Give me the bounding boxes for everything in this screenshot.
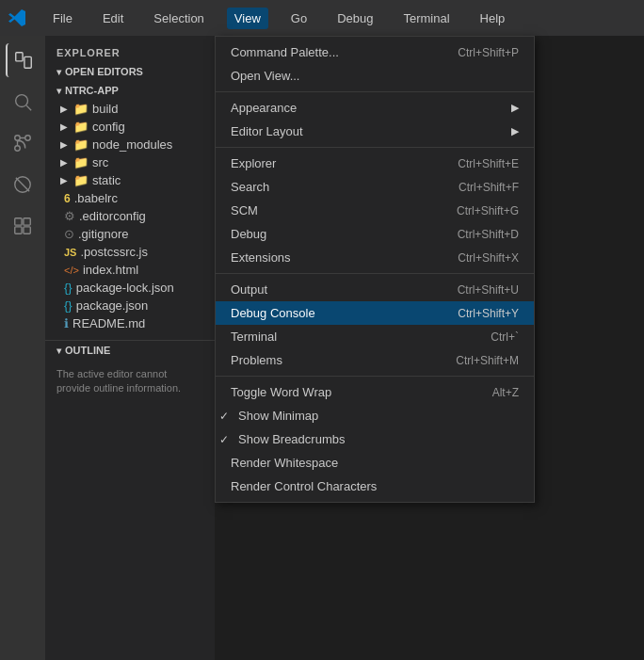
outline-section-header[interactable]: ▾ OUTLINE [45, 341, 215, 360]
menu-show-breadcrumbs[interactable]: ✓ Show Breadcrumbs [216, 427, 534, 451]
menu-problems[interactable]: Problems Ctrl+Shift+M [216, 348, 534, 372]
tree-item-static[interactable]: ▶ 📁 static [45, 171, 215, 189]
menu-edit[interactable]: Edit [95, 8, 131, 29]
show-minimap-label: Show Minimap [238, 409, 318, 423]
explorer-label: Explorer [231, 156, 276, 170]
tree-item-label: .babelrc [74, 191, 118, 205]
separator-1 [216, 91, 534, 92]
separator-2 [216, 147, 534, 148]
babel-icon: 6 [64, 192, 71, 205]
tree-item-gitignore[interactable]: ⊙ .gitignore [45, 225, 215, 243]
folder-icon: 📁 [73, 137, 89, 152]
menu-render-whitespace[interactable]: Render Whitespace [216, 451, 534, 475]
debug-console-label: Debug Console [231, 306, 315, 320]
tree-item-index-html[interactable]: </> index.html [45, 261, 215, 279]
menu-debug[interactable]: Debug [330, 8, 380, 29]
tree-item-label: static [92, 173, 121, 187]
separator-4 [216, 376, 534, 377]
tree-item-build[interactable]: ▶ 📁 build [45, 100, 215, 118]
menu-view[interactable]: View [227, 8, 268, 29]
terminal-label: Terminal [231, 330, 277, 344]
explorer-shortcut: Ctrl+Shift+E [458, 157, 519, 170]
scm-label: SCM [231, 203, 258, 217]
tree-item-label: build [92, 102, 118, 116]
outline-section: ▾ OUTLINE The active editor cannot provi… [45, 340, 215, 404]
extensions-activity-icon[interactable] [6, 209, 40, 243]
svg-rect-1 [24, 56, 31, 68]
menu-extensions[interactable]: Extensions Ctrl+Shift+X [216, 246, 534, 269]
svg-rect-11 [15, 227, 22, 233]
tree-item-label: package-lock.json [76, 281, 174, 295]
tree-item-readme[interactable]: ℹ README.md [45, 314, 215, 332]
menu-scm[interactable]: SCM Ctrl+Shift+G [216, 199, 534, 222]
js-icon: JS [64, 247, 76, 258]
menu-output[interactable]: Output Ctrl+Shift+U [216, 278, 534, 301]
tree-item-postcssrc[interactable]: JS .postcssrc.js [45, 243, 215, 261]
tree-item-config[interactable]: ▶ 📁 config [45, 118, 215, 136]
explorer-activity-icon[interactable] [6, 43, 40, 77]
outline-arrow: ▾ [56, 346, 61, 356]
ntrc-app-arrow: ▾ [56, 86, 61, 96]
ntrc-app-section[interactable]: ▾ NTRC-APP [45, 81, 215, 100]
debug-activity-icon[interactable] [6, 168, 40, 201]
open-editors-label: OPEN EDITORS [65, 66, 143, 77]
menu-terminal[interactable]: Terminal [395, 8, 457, 29]
menu-file[interactable]: File [45, 8, 80, 29]
tree-item-babelrc[interactable]: 6 .babelrc [45, 189, 215, 207]
outline-message: The active editor cannot provide outline… [45, 360, 215, 404]
menu-editor-layout[interactable]: Editor Layout ▶ [216, 120, 534, 143]
menu-debug-console[interactable]: Debug Console Ctrl+Shift+Y [216, 301, 534, 325]
toggle-word-wrap-label: Toggle Word Wrap [231, 385, 331, 399]
menu-search[interactable]: Search Ctrl+Shift+F [216, 175, 534, 199]
svg-rect-10 [24, 218, 30, 225]
menu-appearance[interactable]: Appearance ▶ [216, 96, 534, 120]
menu-go[interactable]: Go [283, 8, 314, 29]
md-icon: ℹ [64, 316, 69, 330]
json-icon: {} [64, 281, 72, 295]
tree-item-package-lock[interactable]: {} package-lock.json [45, 279, 215, 297]
menu-help[interactable]: Help [473, 8, 513, 29]
menu-show-minimap[interactable]: ✓ Show Minimap [216, 404, 534, 427]
tree-item-label: .gitignore [78, 227, 128, 241]
menu-open-view[interactable]: Open View... [216, 64, 534, 88]
debug-label: Debug [231, 227, 266, 241]
tree-item-label: .postcssrc.js [80, 245, 148, 259]
svg-rect-0 [16, 53, 23, 61]
sidebar-title: EXPLORER [45, 40, 215, 62]
tree-item-src[interactable]: ▶ 📁 src [45, 153, 215, 171]
folder-icon: 📁 [73, 102, 89, 116]
folder-icon: 📁 [73, 120, 89, 134]
source-control-activity-icon[interactable] [6, 126, 40, 160]
menu-debug[interactable]: Debug Ctrl+Shift+D [216, 222, 534, 246]
menu-terminal[interactable]: Terminal Ctrl+` [216, 325, 534, 348]
sidebar: EXPLORER ▾ OPEN EDITORS ▾ NTRC-APP ▶ 📁 b… [45, 36, 215, 660]
menu-toggle-word-wrap[interactable]: Toggle Word Wrap Alt+Z [216, 380, 534, 404]
menu-selection[interactable]: Selection [146, 8, 211, 29]
outline-label: OUTLINE [65, 345, 110, 356]
show-breadcrumbs-label: Show Breadcrumbs [238, 432, 345, 446]
render-whitespace-label: Render Whitespace [231, 456, 338, 470]
menu-command-palette[interactable]: Command Palette... Ctrl+Shift+P [216, 40, 534, 64]
tree-item-package-json[interactable]: {} package.json [45, 297, 215, 314]
menu-render-control-characters[interactable]: Render Control Characters [216, 475, 534, 498]
html-icon: </> [64, 265, 79, 276]
tree-item-label: .editorconfig [79, 209, 146, 223]
tree-item-editorconfig[interactable]: ⚙ .editorconfig [45, 207, 215, 225]
svg-point-4 [15, 136, 21, 141]
tree-item-node-modules[interactable]: ▶ 📁 node_modules [45, 136, 215, 153]
show-breadcrumbs-checkmark: ✓ [219, 433, 229, 446]
svg-rect-12 [24, 227, 30, 233]
command-palette-shortcut: Ctrl+Shift+P [458, 46, 519, 59]
output-label: Output [231, 282, 267, 297]
search-activity-icon[interactable] [6, 85, 40, 119]
separator-3 [216, 273, 534, 274]
menu-explorer[interactable]: Explorer Ctrl+Shift+E [216, 152, 534, 175]
search-shortcut: Ctrl+Shift+F [459, 181, 519, 194]
folder-icon: 📁 [73, 155, 89, 169]
appearance-submenu-arrow: ▶ [511, 102, 519, 114]
json-icon: {} [64, 298, 72, 313]
appearance-label: Appearance [231, 101, 297, 115]
tree-item-label: config [92, 120, 125, 134]
open-editors-section[interactable]: ▾ OPEN EDITORS [45, 62, 215, 81]
problems-label: Problems [231, 353, 282, 367]
